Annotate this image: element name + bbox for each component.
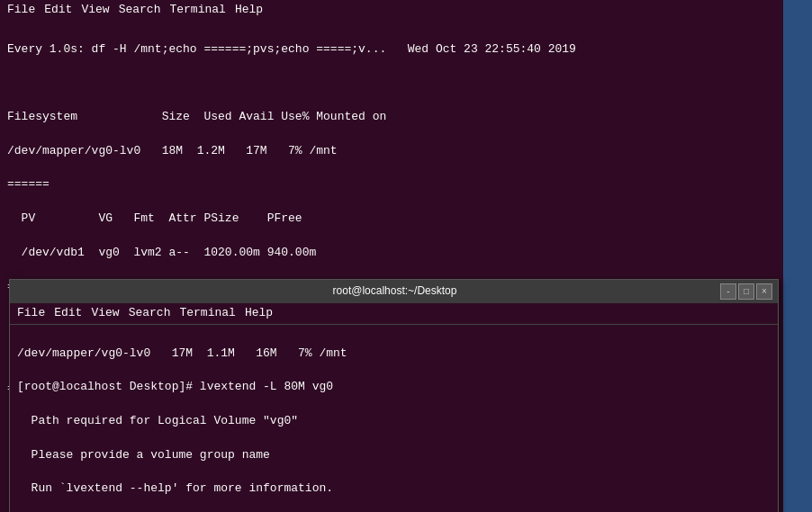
bg-menu-search[interactable]: Search xyxy=(119,2,161,19)
bg-line-4: PV VG Fmt Attr PSize PFree xyxy=(7,211,302,225)
fg-line-0: /dev/mapper/vg0-lv0 17M 1.1M 16M 7% /mnt xyxy=(17,346,347,360)
fg-line-3: Please provide a volume group name xyxy=(17,448,270,462)
fg-menu-file[interactable]: File xyxy=(17,305,45,322)
fg-line-4: Run `lvextend --help' for more informati… xyxy=(17,481,333,495)
fg-menu-help[interactable]: Help xyxy=(245,305,273,322)
fg-menu-terminal[interactable]: Terminal xyxy=(179,305,235,322)
bg-menu-file[interactable]: File xyxy=(7,2,35,19)
fg-title: root@localhost:~/Desktop xyxy=(69,283,720,299)
fg-titlebar: root@localhost:~/Desktop - □ × xyxy=(10,280,778,303)
fg-menu-edit[interactable]: Edit xyxy=(54,305,82,322)
fg-menu-view[interactable]: View xyxy=(91,305,119,322)
bg-menubar[interactable]: File Edit View Search Terminal Help xyxy=(0,0,783,21)
bg-line-1: Filesystem Size Used Avail Use% Mounted … xyxy=(7,110,386,123)
minimize-button[interactable]: - xyxy=(720,283,736,300)
fg-menu-search[interactable]: Search xyxy=(129,305,171,322)
right-strip xyxy=(783,0,812,512)
bg-line-5: /dev/vdb1 vg0 lvm2 a-- 1020.00m 940.00m xyxy=(7,246,316,259)
maximize-button[interactable]: □ xyxy=(738,283,754,300)
fg-line-1: [root@localhost Desktop]# lvextend -L 80… xyxy=(17,380,333,393)
bg-line-2: /dev/mapper/vg0-lv0 18M 1.2M 17M 7% /mnt xyxy=(7,144,338,157)
close-button[interactable]: × xyxy=(756,283,772,300)
fg-terminal-content: /dev/mapper/vg0-lv0 17M 1.1M 16M 7% /mnt… xyxy=(10,325,778,512)
window-controls[interactable]: - □ × xyxy=(720,283,772,300)
bg-menu-terminal[interactable]: Terminal xyxy=(169,2,225,19)
bg-menu-help[interactable]: Help xyxy=(235,2,263,19)
bg-menu-edit[interactable]: Edit xyxy=(44,2,72,19)
bg-title-line: Every 1.0s: df -H /mnt;echo ======;pvs;e… xyxy=(7,42,576,56)
fg-menubar[interactable]: File Edit View Search Terminal Help xyxy=(10,303,778,325)
foreground-terminal: root@localhost:~/Desktop - □ × File Edit… xyxy=(9,279,779,512)
bg-line-3: ====== xyxy=(7,177,50,191)
fg-line-2: Path required for Logical Volume "vg0" xyxy=(17,414,298,427)
bg-menu-view[interactable]: View xyxy=(81,2,109,19)
